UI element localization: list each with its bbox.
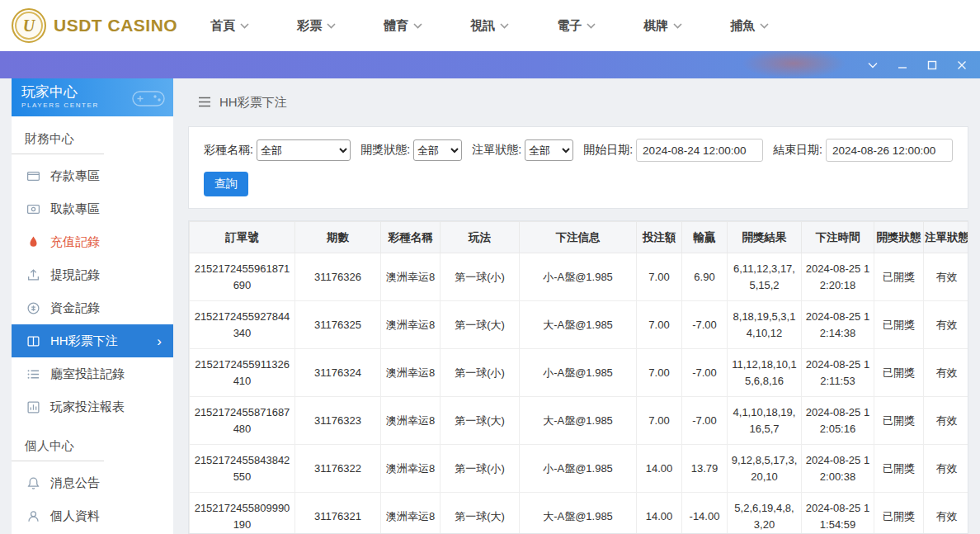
profile-icon: [26, 509, 40, 523]
table-row: 2152172455809990190 31176321 澳洲幸运8 第一球(大…: [190, 493, 969, 534]
draw-status-label: 開獎狀態:: [360, 143, 410, 158]
nav-label: 彩票: [297, 18, 322, 34]
cell-win-loss: -7.00: [682, 349, 728, 397]
sidebar-item-label: 提現記錄: [50, 267, 100, 283]
lottery-icon: [26, 334, 40, 348]
sidebar-item-label: 廳室投註記錄: [50, 366, 125, 382]
cell-lottery: 澳洲幸运8: [381, 301, 441, 349]
start-date-input[interactable]: [636, 139, 763, 162]
main-menu: 首頁 彩票 體育 視訊 電子 棋牌 捕魚: [210, 18, 769, 34]
sidebar-item-deposit[interactable]: 存款專區: [12, 159, 173, 192]
cell-order-status: 有效: [924, 445, 969, 493]
nav-label: 體育: [384, 18, 408, 34]
sidebar-item-cashout-record[interactable]: 提現記錄: [12, 258, 173, 291]
announcement-icon: [26, 476, 40, 490]
report-icon: [26, 400, 40, 414]
usdt-casino-logo-icon: U: [12, 8, 46, 43]
chevron-right-icon: ›: [157, 334, 162, 348]
cell-period: 31176324: [295, 349, 381, 397]
table-header-row: 訂單號 期數 彩種名稱 玩法 下注信息 投注額 輸贏 開獎結果 下注時間 開獎狀…: [190, 222, 969, 253]
menu-toggle-icon[interactable]: [198, 96, 211, 110]
funds-icon: [26, 301, 40, 315]
sidebar-item-label: 取款專區: [50, 201, 100, 217]
cell-bet-time: 2024-08-25 12:14:38: [802, 301, 874, 349]
nav-item-sports[interactable]: 體育: [384, 18, 422, 34]
chevron-down-icon: [587, 23, 596, 29]
sidebar-item-hh-lottery-bets[interactable]: HH彩票下注 ›: [12, 324, 173, 357]
cell-period: 31176322: [295, 445, 381, 493]
window-title-bar: [0, 51, 980, 78]
gamepad-icon: [130, 85, 167, 110]
nav-item-video[interactable]: 視訊: [470, 18, 509, 34]
cell-draw-status: 已開獎: [874, 397, 924, 445]
cell-play: 第一球(小): [441, 349, 520, 397]
query-button[interactable]: 查詢: [204, 172, 248, 196]
brand-name: USDT CASINO: [54, 16, 177, 35]
draw-status-select[interactable]: 全部: [413, 139, 462, 161]
cell-play: 第一球(小): [441, 445, 520, 493]
window-close-icon[interactable]: [955, 59, 968, 72]
lottery-name-label: 彩種名稱:: [204, 143, 253, 158]
sidebar-item-funds-record[interactable]: 資金記錄: [12, 291, 173, 324]
lottery-name-select[interactable]: 全部: [257, 139, 351, 161]
cell-result: 9,12,8,5,17,3,20,10: [728, 445, 802, 493]
window-collapse-icon[interactable]: [866, 59, 879, 72]
filter-row: 彩種名稱: 全部 開獎狀態: 全部 注單狀態: 全部 開始日期: 結束日期:: [204, 139, 953, 162]
cell-draw-status: 已開獎: [874, 253, 924, 301]
cell-amount: 7.00: [637, 349, 682, 397]
col-lottery-name: 彩種名稱: [381, 222, 441, 253]
cell-bet-info: 大-A盤@1.985: [520, 397, 637, 445]
table-row: 2152172455961871690 31176326 澳洲幸运8 第一球(小…: [190, 253, 969, 301]
cell-lottery: 澳洲幸运8: [381, 445, 441, 493]
nav-item-slots[interactable]: 電子: [557, 18, 596, 34]
section-finance-center: 財務中心: [12, 116, 104, 154]
window-minimize-icon[interactable]: [896, 59, 909, 72]
cell-win-loss: -7.00: [682, 301, 728, 349]
cell-result: 11,12,18,10,15,6,8,16: [728, 349, 802, 397]
brand-logo[interactable]: U USDT CASINO: [12, 8, 177, 43]
sidebar-item-announcements[interactable]: 消息公告: [12, 466, 173, 499]
nav-item-fishing[interactable]: 捕魚: [730, 18, 769, 34]
cell-bet-time: 2024-08-25 12:00:38: [802, 445, 874, 493]
order-status-select[interactable]: 全部: [525, 139, 573, 161]
sidebar-item-label: 存款專區: [50, 168, 100, 184]
nav-item-lottery[interactable]: 彩票: [297, 18, 336, 34]
players-center-header: 玩家中心 PLAYERS CENTER: [12, 78, 173, 116]
col-bet-info: 下注信息: [520, 222, 637, 253]
col-draw-result: 開獎結果: [728, 222, 802, 253]
sidebar-item-label: 充值記錄: [50, 234, 100, 250]
sidebar-item-recharge-record[interactable]: 充值記錄: [12, 225, 173, 258]
content-area: 玩家中心 PLAYERS CENTER 財務中心 存款專區 取款專區: [0, 78, 980, 534]
main-panel: HH彩票下注 彩種名稱: 全部 開獎狀態: 全部 注單狀態: 全部 開始日期: …: [188, 78, 968, 534]
cell-order-status: 有效: [924, 397, 969, 445]
cell-lottery: 澳洲幸运8: [381, 397, 441, 445]
sidebar-item-withdraw[interactable]: 取款專區: [12, 192, 173, 225]
sidebar-item-label: 玩家投注報表: [50, 399, 125, 415]
cell-period: 31176323: [295, 397, 381, 445]
cell-draw-status: 已開獎: [874, 349, 924, 397]
sidebar-item-profile[interactable]: 個人資料: [12, 499, 173, 532]
nav-item-cards[interactable]: 棋牌: [643, 18, 682, 34]
end-date-input[interactable]: [826, 139, 953, 162]
table-row: 2152172455911326410 31176324 澳洲幸运8 第一球(小…: [190, 349, 969, 397]
cell-amount: 14.00: [637, 445, 682, 493]
sidebar-item-player-bet-report[interactable]: 玩家投注報表: [12, 390, 173, 423]
nav-label: 首頁: [210, 18, 235, 34]
cell-bet-time: 2024-08-25 11:54:59: [802, 493, 874, 534]
top-nav: U USDT CASINO 首頁 彩票 體育 視訊 電子 棋牌 捕魚: [0, 0, 980, 51]
cell-period: 31176326: [295, 253, 381, 301]
cell-lottery: 澳洲幸运8: [381, 349, 441, 397]
sidebar-item-label: HH彩票下注: [50, 333, 118, 349]
col-win-loss: 輸贏: [682, 222, 728, 253]
col-play: 玩法: [441, 222, 520, 253]
cell-bet-time: 2024-08-25 12:11:53: [802, 349, 874, 397]
cell-draw-status: 已開獎: [874, 445, 924, 493]
nav-item-home[interactable]: 首頁: [210, 18, 249, 34]
cashout-icon: [26, 268, 40, 282]
window-maximize-icon[interactable]: [926, 59, 939, 72]
cell-win-loss: -14.00: [682, 493, 728, 534]
nav-label: 棋牌: [643, 18, 668, 34]
sidebar-item-hall-bet-record[interactable]: 廳室投註記錄: [12, 357, 173, 390]
cell-amount: 7.00: [637, 253, 682, 301]
cell-play: 第一球(小): [441, 253, 520, 301]
